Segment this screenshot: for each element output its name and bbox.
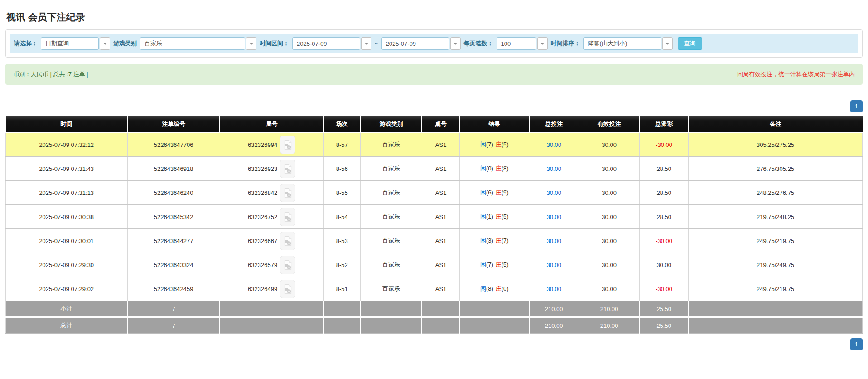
cell-session: 8-51: [323, 277, 360, 301]
cell-payout: 28.50: [640, 205, 689, 229]
header-table-no: 桌号: [422, 116, 459, 133]
sort-order-input[interactable]: [583, 37, 661, 50]
footer-total-bet: 210.00: [529, 317, 579, 334]
result-banker-score: (5): [502, 141, 509, 148]
cell-table-no: AS1: [422, 253, 459, 277]
page-1-button[interactable]: 1: [850, 338, 863, 350]
footer-total-bet: 210.00: [529, 301, 579, 317]
pagination-top: 1: [5, 100, 863, 112]
result-player-label: 闲: [480, 285, 486, 292]
date-to-combobox: [381, 37, 461, 50]
round-number: 632326579: [248, 262, 277, 268]
total-bet-link[interactable]: 30.00: [546, 286, 561, 292]
cell-result: 闲(0)庄(8): [460, 157, 529, 181]
footer-count: 7: [127, 301, 220, 317]
cell-time: 2025-07-09 07:31:13: [6, 181, 128, 205]
video-replay-button[interactable]: [280, 184, 295, 202]
sort-order-combobox: [583, 37, 673, 50]
cell-game-type: 百家乐: [360, 229, 422, 253]
round-number: 632326499: [248, 286, 277, 292]
cell-round: 632326499: [220, 277, 323, 301]
cell-total-bet: 30.00: [529, 229, 579, 253]
cell-empty: [220, 301, 323, 317]
page-1-button[interactable]: 1: [850, 100, 863, 112]
cell-empty: [422, 301, 459, 317]
cell-game-type: 百家乐: [360, 157, 422, 181]
date-to-input[interactable]: [381, 37, 449, 50]
table-header-row: 时间 注单编号 局号 场次 游戏类别 桌号 结果 总投注 有效投注 总派彩 备注: [6, 116, 863, 133]
cell-empty: [422, 317, 459, 334]
cell-round: 632326923: [220, 157, 323, 181]
header-valid-bet: 有效投注: [579, 116, 640, 133]
per-page-chevron-down-icon[interactable]: [537, 37, 548, 50]
cell-payout: -30.00: [640, 277, 689, 301]
video-replay-icon: [284, 236, 292, 246]
page-title: 视讯 会员下注纪录: [6, 11, 863, 24]
cell-remark: 249.75/219.75: [689, 277, 863, 301]
per-page-input[interactable]: [497, 37, 536, 50]
cell-time: 2025-07-09 07:32:12: [6, 133, 128, 157]
total-bet-link[interactable]: 30.00: [546, 190, 561, 196]
video-replay-button[interactable]: [280, 232, 295, 250]
header-result: 结果: [460, 116, 529, 133]
cell-empty: [220, 317, 323, 334]
footer-count: 7: [127, 317, 220, 334]
game-type-input[interactable]: [140, 37, 245, 50]
result-player-label: 闲: [480, 141, 486, 148]
header-remark: 备注: [689, 116, 863, 133]
round-number: 632326752: [248, 214, 277, 220]
video-replay-button[interactable]: [280, 208, 295, 226]
cell-time: 2025-07-09 07:31:43: [6, 157, 128, 181]
summary-currency-count: 币别：人民币 | 总共 :7 注单 |: [13, 70, 88, 78]
video-replay-button[interactable]: [280, 160, 295, 178]
total-bet-link[interactable]: 30.00: [546, 238, 561, 244]
cell-payout: -30.00: [640, 229, 689, 253]
footer-payout: 25.50: [640, 317, 689, 334]
date-to-chevron-down-icon[interactable]: [450, 37, 461, 50]
date-from-input[interactable]: [292, 37, 360, 50]
cell-result: 闲(8)庄(0): [460, 277, 529, 301]
total-bet-link[interactable]: 30.00: [546, 262, 561, 268]
video-replay-button[interactable]: [280, 256, 295, 274]
result-banker-label: 庄: [496, 237, 502, 244]
payout-value: 28.50: [656, 165, 671, 172]
pagination-bottom: 1: [5, 338, 863, 350]
cell-empty: [360, 301, 422, 317]
header-session: 场次: [323, 116, 360, 133]
cell-table-no: AS1: [422, 181, 459, 205]
cell-valid-bet: 30.00: [579, 229, 640, 253]
date-from-chevron-down-icon[interactable]: [361, 37, 371, 50]
cell-total-bet: 30.00: [529, 157, 579, 181]
cell-empty: [460, 317, 529, 334]
total-bet-link[interactable]: 30.00: [546, 214, 561, 220]
game-type-combobox: [140, 37, 256, 50]
grand-total-row: 总计7210.00210.0025.50: [6, 317, 863, 334]
cell-round: 632326994: [220, 133, 323, 157]
cell-empty: [689, 301, 863, 317]
video-replay-icon: [284, 284, 292, 294]
cell-result: 闲(3)庄(7): [460, 229, 529, 253]
sort-order-chevron-down-icon[interactable]: [662, 37, 673, 50]
table-row: 2025-07-09 07:31:13522643646240632326842…: [6, 181, 863, 205]
video-replay-button[interactable]: [280, 280, 295, 298]
cell-payout: 28.50: [640, 157, 689, 181]
total-bet-link[interactable]: 30.00: [546, 141, 561, 148]
search-button[interactable]: 查询: [678, 37, 702, 50]
game-type-chevron-down-icon[interactable]: [246, 37, 256, 50]
sort-order-label: 时间排序：: [551, 39, 580, 48]
query-type-input[interactable]: [41, 37, 99, 50]
total-bet-link[interactable]: 30.00: [546, 165, 561, 172]
footer-payout: 25.50: [640, 301, 689, 317]
query-type-chevron-down-icon[interactable]: [100, 37, 110, 50]
cell-bet-id: 522643647706: [127, 133, 220, 157]
query-type-label: 请选择：: [14, 39, 38, 48]
result-banker-score: (5): [502, 261, 509, 268]
video-replay-icon: [284, 188, 292, 198]
cell-total-bet: 30.00: [529, 253, 579, 277]
result-player-score: (8): [486, 285, 493, 292]
cell-remark: 305.25/275.25: [689, 133, 863, 157]
result-banker-score: (0): [502, 285, 509, 292]
video-replay-button[interactable]: [280, 136, 295, 154]
cell-valid-bet: 30.00: [579, 205, 640, 229]
header-game-type: 游戏类别: [360, 116, 422, 133]
